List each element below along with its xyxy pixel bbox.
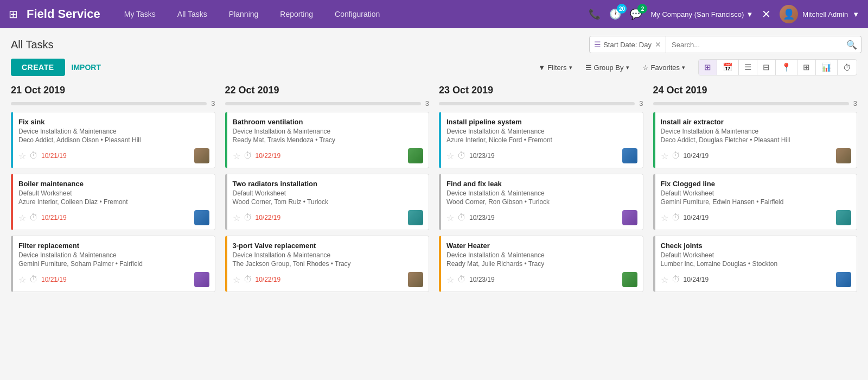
card-2-2[interactable]: Water Heater Device Installation & Maint… (439, 236, 643, 292)
card-1-2[interactable]: 3-port Valve replacement Device Installa… (225, 236, 430, 292)
star-icon[interactable]: ☆ (661, 213, 668, 223)
star-icon[interactable]: ☆ (233, 213, 240, 223)
card-1-1[interactable]: Two radiators installation Default Works… (225, 174, 430, 230)
nav-link-configuration[interactable]: Configuration (328, 7, 386, 22)
card-subtitle: Default Worksheet (233, 189, 424, 197)
card-0-0[interactable]: Fix sink Device Installation & Maintenan… (11, 112, 215, 168)
import-button[interactable]: IMPORT (72, 63, 101, 72)
clock-icon[interactable]: ⏱ (457, 151, 466, 161)
user-menu[interactable]: 👤 Mitchell Admin ▼ (780, 5, 859, 23)
nav-link-my-tasks[interactable]: My Tasks (118, 7, 162, 22)
avatar (836, 210, 851, 225)
star-icon[interactable]: ☆ (446, 213, 454, 223)
card-subtitle: Device Installation & Maintenance (446, 128, 637, 135)
column-date-2: 23 Oct 2019 (439, 85, 643, 96)
clock-icon[interactable]: ⏱ (244, 213, 252, 223)
clock-icon[interactable]: ⏱ (457, 275, 466, 284)
card-3-2[interactable]: Check joints Default Worksheet Lumber In… (653, 236, 858, 292)
clock-icon[interactable]: ⏱ (244, 275, 252, 284)
card-2-0[interactable]: Install pipeline system Device Installat… (439, 112, 643, 168)
star-icon[interactable]: ☆ (661, 151, 668, 161)
clock-icon[interactable]: ⏱ (457, 213, 466, 223)
clock-icon[interactable]: ⏱ (672, 213, 680, 223)
card-3-0[interactable]: Install air extractor Device Installatio… (653, 112, 858, 168)
clock-icon[interactable]: ⏱ (244, 151, 252, 161)
search-icon[interactable]: 🔍 (846, 40, 857, 50)
notification-badge: 20 (617, 4, 627, 14)
avatar (194, 148, 209, 163)
star-icon[interactable]: ☆ (446, 275, 454, 285)
star-icon[interactable]: ☆ (18, 151, 26, 161)
grid-icon[interactable]: ⊞ (9, 8, 18, 21)
card-date: 10/24/19 (684, 276, 709, 283)
page-title: All Tasks (11, 39, 54, 51)
phone-icon[interactable]: 📞 (589, 8, 601, 20)
company-selector[interactable]: My Company (San Francisco) ▼ (650, 10, 753, 18)
clock-icon[interactable]: ⏱ (672, 275, 680, 284)
card-subtitle: Default Worksheet (661, 251, 852, 259)
favorites-button[interactable]: ☆ Favorites ▾ (637, 61, 691, 74)
card-meta: Wood Corner, Tom Ruiz • Turlock (233, 198, 424, 206)
card-date: 10/21/19 (41, 276, 67, 283)
view-switcher: ⊞ 📅 ☰ ⊟ 📍 ⊞ 📊 ⏱ (698, 59, 857, 75)
search-input[interactable] (666, 36, 861, 53)
nav-link-planning[interactable]: Planning (222, 7, 265, 22)
card-date: 10/24/19 (684, 152, 709, 160)
star-fav-icon: ☆ (642, 64, 649, 72)
notification-icon[interactable]: 🕐 20 (609, 8, 621, 20)
card-date: 10/22/19 (256, 276, 281, 283)
avatar (408, 210, 423, 225)
card-title: Bathroom ventilation (233, 118, 424, 126)
star-icon[interactable]: ☆ (446, 151, 454, 161)
card-1-0[interactable]: Bathroom ventilation Device Installation… (225, 112, 430, 168)
nav-link-all-tasks[interactable]: All Tasks (171, 7, 214, 22)
close-icon[interactable]: ✕ (762, 8, 771, 21)
filter-tag-close[interactable]: ✕ (655, 40, 661, 49)
card-title: Filter replacement (18, 242, 209, 250)
card-meta: Ready Mat, Travis Mendoza • Tracy (233, 136, 424, 144)
card-title: Water Heater (446, 242, 637, 250)
star-icon[interactable]: ☆ (18, 213, 26, 223)
view-kanban[interactable]: ⊞ (699, 60, 717, 75)
card-subtitle: Device Installation & Maintenance (446, 251, 637, 259)
view-table[interactable]: ⊟ (757, 60, 776, 75)
page-header: All Tasks ☰ Start Date: Day ✕ 🔍 (11, 36, 857, 53)
view-clock[interactable]: ⏱ (838, 60, 857, 75)
card-subtitle: Default Worksheet (18, 189, 209, 197)
filter-tag-box[interactable]: ☰ Start Date: Day ✕ (589, 36, 666, 53)
clock-icon[interactable]: ⏱ (672, 151, 680, 161)
filters-button[interactable]: ▼ Filters ▾ (533, 61, 577, 74)
card-2-1[interactable]: Find and fix leak Device Installation & … (439, 174, 643, 230)
card-subtitle: Device Installation & Maintenance (18, 128, 209, 135)
message-icon[interactable]: 💬 2 (630, 8, 642, 20)
card-subtitle: Device Installation & Maintenance (233, 251, 424, 259)
star-icon[interactable]: ☆ (233, 275, 240, 285)
view-chart[interactable]: 📊 (816, 60, 838, 75)
groupby-icon: ☰ (585, 64, 592, 72)
column-header-2: 23 Oct 2019 3 (439, 85, 643, 107)
card-title: Install pipeline system (446, 118, 637, 126)
view-list[interactable]: ☰ (739, 60, 757, 75)
card-3-1[interactable]: Fix Clogged line Default Worksheet Gemin… (653, 174, 858, 230)
card-0-2[interactable]: Filter replacement Device Installation &… (11, 236, 215, 292)
column-date-1: 22 Oct 2019 (225, 85, 430, 96)
clock-icon[interactable]: ⏱ (29, 275, 38, 284)
nav-link-reporting[interactable]: Reporting (273, 7, 320, 22)
card-date: 10/23/19 (469, 152, 495, 160)
card-date: 10/22/19 (256, 214, 281, 221)
card-title: 3-port Valve replacement (233, 242, 424, 250)
view-map[interactable]: 📍 (776, 60, 797, 75)
create-button[interactable]: CREATE (11, 59, 65, 76)
fav-chevron: ▾ (682, 64, 685, 71)
view-grid[interactable]: ⊞ (797, 60, 816, 75)
clock-icon[interactable]: ⏱ (29, 151, 38, 161)
groupby-button[interactable]: ☰ Group By ▾ (580, 61, 635, 74)
card-0-1[interactable]: Boiler maintenance Default Worksheet Azu… (11, 174, 215, 230)
avatar (408, 148, 423, 163)
star-icon[interactable]: ☆ (18, 275, 26, 285)
card-title: Fix sink (18, 118, 209, 126)
clock-icon[interactable]: ⏱ (29, 213, 38, 223)
view-calendar[interactable]: 📅 (717, 60, 739, 75)
star-icon[interactable]: ☆ (661, 275, 668, 285)
star-icon[interactable]: ☆ (233, 151, 240, 161)
